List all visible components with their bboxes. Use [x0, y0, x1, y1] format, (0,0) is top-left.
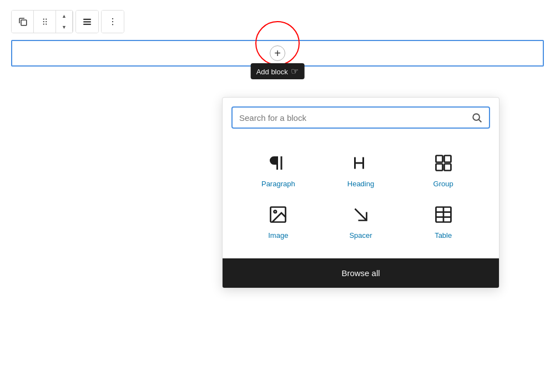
table-label: Table: [435, 231, 452, 240]
toolbar-group-align: [75, 10, 99, 33]
image-label: Image: [268, 231, 288, 240]
move-down-button[interactable]: ▼: [56, 22, 72, 33]
svg-point-4: [46, 21, 47, 22]
block-item-heading[interactable]: Heading: [322, 146, 400, 194]
svg-point-6: [46, 23, 47, 24]
paragraph-icon: [267, 152, 289, 174]
svg-point-11: [112, 21, 113, 22]
block-item-image[interactable]: Image: [239, 198, 317, 245]
svg-line-14: [479, 120, 482, 123]
tooltip-text: Add block: [256, 68, 288, 76]
block-item-table[interactable]: Table: [404, 198, 482, 245]
search-input[interactable]: [239, 113, 471, 123]
plus-icon: +: [274, 47, 281, 60]
move-arrows-group: ▲ ▼: [56, 11, 73, 33]
svg-line-21: [355, 209, 366, 221]
block-grid: Paragraph Heading: [223, 135, 499, 258]
svg-point-5: [43, 23, 44, 24]
drag-handle-button[interactable]: [34, 11, 56, 33]
block-picker-search-area: [223, 98, 499, 135]
svg-point-20: [274, 211, 277, 213]
search-button[interactable]: [471, 112, 482, 123]
block-picker-popup: Paragraph Heading: [222, 97, 500, 288]
spacer-icon: [350, 203, 372, 226]
svg-rect-9: [83, 24, 91, 25]
page-wrapper: ▲ ▼: [0, 0, 555, 392]
table-icon: [432, 203, 455, 226]
more-options-button[interactable]: [102, 11, 124, 33]
image-icon: [267, 203, 289, 226]
spacer-label: Spacer: [349, 231, 372, 240]
block-item-paragraph[interactable]: Paragraph: [239, 146, 317, 194]
align-button[interactable]: [76, 11, 98, 33]
block-item-spacer[interactable]: Spacer: [322, 198, 400, 245]
group-icon: [432, 152, 455, 174]
svg-rect-8: [83, 21, 91, 22]
svg-point-12: [112, 24, 113, 25]
add-block-container: + Add block ☞: [270, 45, 285, 61]
svg-rect-16: [444, 156, 451, 162]
toolbar-group-more: [101, 10, 124, 33]
svg-rect-15: [436, 156, 442, 162]
search-input-wrapper: [231, 106, 490, 129]
paragraph-label: Paragraph: [261, 180, 295, 188]
svg-point-13: [473, 114, 480, 120]
heading-icon: [350, 152, 372, 174]
svg-rect-18: [444, 164, 451, 171]
move-up-button[interactable]: ▲: [56, 11, 72, 22]
svg-point-2: [46, 18, 47, 19]
toolbar: ▲ ▼: [11, 10, 549, 33]
svg-point-1: [43, 18, 44, 19]
svg-point-10: [112, 18, 113, 19]
browse-all-button[interactable]: Browse all: [223, 258, 499, 288]
add-block-tooltip: Add block ☞: [251, 63, 305, 79]
duplicate-button[interactable]: [12, 11, 34, 33]
cursor-icon: ☞: [291, 66, 299, 77]
svg-rect-7: [83, 19, 91, 20]
block-item-group[interactable]: Group: [404, 146, 482, 194]
svg-point-3: [43, 21, 44, 22]
heading-label: Heading: [347, 180, 374, 188]
toolbar-group-main: ▲ ▼: [11, 10, 73, 33]
svg-rect-0: [21, 20, 27, 26]
browse-all-label: Browse all: [341, 268, 380, 278]
group-label: Group: [433, 180, 453, 188]
block-area: + Add block ☞: [11, 40, 544, 67]
svg-rect-17: [436, 164, 442, 171]
add-block-button[interactable]: +: [270, 45, 285, 61]
